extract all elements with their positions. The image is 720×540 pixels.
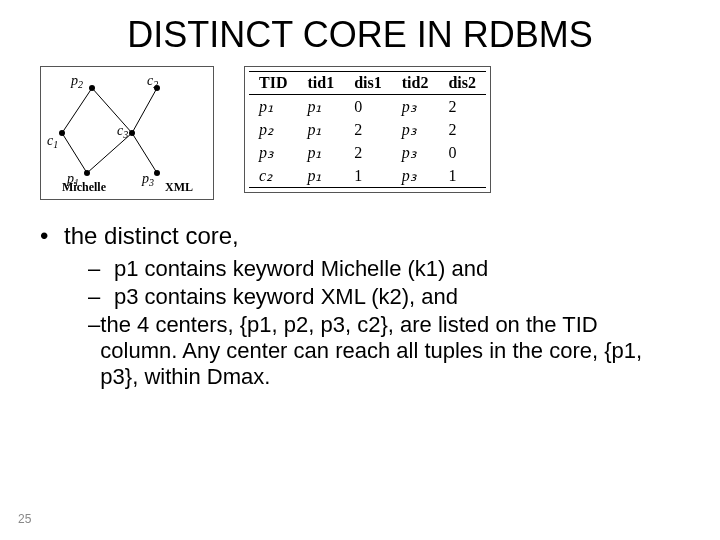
sub-bullet-text: p3 contains keyword XML (k2), and [114,284,458,310]
bullet-dot-icon: • [40,222,64,250]
bullet-text: the distinct core, [64,222,239,250]
col-dis1: dis1 [344,72,392,95]
table-row: p₃ p₁ 2 p₃ 0 [249,141,486,164]
svg-text:p3: p3 [141,171,154,188]
svg-line-1 [92,88,132,133]
bullet-item: • the distinct core, [40,222,680,250]
col-tid1: tid1 [297,72,344,95]
svg-text:p2: p2 [70,73,83,90]
distance-table: TID tid1 dis1 tid2 dis2 p₁ p₁ 0 p₃ 2 p₂ [244,66,491,193]
svg-point-11 [154,170,160,176]
body-text: • the distinct core, – p1 contains keywo… [40,222,680,390]
svg-text:Michelle: Michelle [62,180,107,193]
svg-line-5 [132,133,157,173]
svg-line-2 [132,88,157,133]
svg-text:XML: XML [165,180,193,193]
dash-icon: – [88,284,114,310]
sub-bullet-text: the 4 centers, {p1, p2, p3, c2}, are lis… [100,312,680,390]
table-row: p₁ p₁ 0 p₃ 2 [249,95,486,119]
dash-icon: – [88,312,100,390]
page-number: 25 [18,512,31,526]
svg-point-10 [84,170,90,176]
svg-point-6 [89,85,95,91]
col-dis2: dis2 [438,72,486,95]
slide-title: DISTINCT CORE IN RDBMS [0,14,720,56]
graph-diagram: p2 c2 c1 c3 p1 p3 Michelle XML [40,66,214,200]
graph-svg: p2 c2 c1 c3 p1 p3 Michelle XML [47,73,207,193]
sub-bullet-item: – p3 contains keyword XML (k2), and [88,284,680,310]
svg-text:c3: c3 [117,123,128,140]
svg-point-8 [59,130,65,136]
svg-text:c2: c2 [147,73,158,90]
table-row: p₂ p₁ 2 p₃ 2 [249,118,486,141]
svg-point-9 [129,130,135,136]
sub-bullet-item: – the 4 centers, {p1, p2, p3, c2}, are l… [88,312,680,390]
table-row: c₂ p₁ 1 p₃ 1 [249,164,486,188]
sub-bullet-item: – p1 contains keyword Michelle (k1) and [88,256,680,282]
dash-icon: – [88,256,114,282]
sub-bullet-text: p1 contains keyword Michelle (k1) and [114,256,488,282]
col-tid2: tid2 [392,72,439,95]
svg-line-3 [62,133,87,173]
svg-text:c1: c1 [47,133,58,150]
table-header-row: TID tid1 dis1 tid2 dis2 [249,72,486,95]
svg-line-0 [62,88,92,133]
figure-row: p2 c2 c1 c3 p1 p3 Michelle XML TID tid1 … [40,66,720,200]
col-tid: TID [249,72,297,95]
